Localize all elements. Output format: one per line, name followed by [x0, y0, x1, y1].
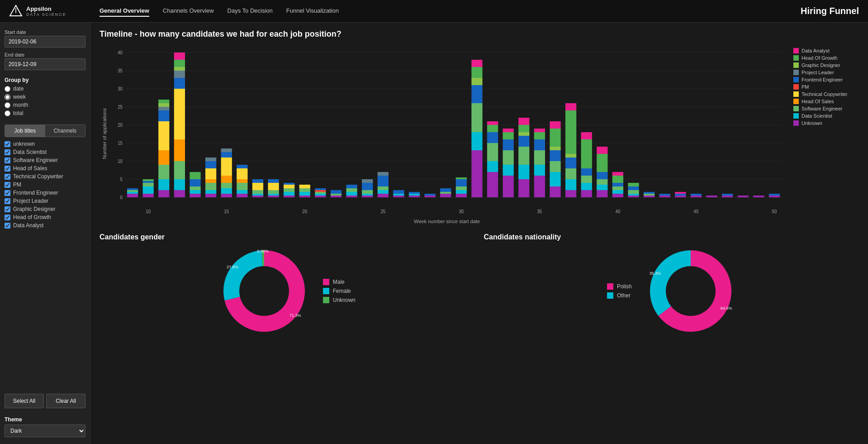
legend-color — [793, 77, 799, 82]
radio-date[interactable]: date — [5, 86, 85, 92]
y-axis-label: Number of applications — [100, 108, 107, 159]
nav-channels-overview[interactable]: Channels Overview — [163, 5, 214, 17]
checkbox-item-7[interactable]: Project Leader — [5, 198, 85, 204]
svg-rect-220 — [722, 194, 733, 196]
svg-text:15: 15 — [118, 141, 123, 146]
svg-rect-89 — [268, 190, 279, 194]
svg-rect-120 — [378, 186, 389, 190]
svg-rect-152 — [503, 176, 514, 197]
svg-rect-51 — [174, 89, 185, 139]
start-date-section: Start date — [5, 29, 85, 48]
checkbox-item-2[interactable]: Software Engineer — [5, 157, 85, 163]
svg-rect-219 — [722, 196, 733, 197]
svg-rect-174 — [550, 150, 560, 161]
nav-days-to-decision[interactable]: Days To Decision — [228, 5, 273, 17]
tab-job-titles[interactable]: Job titles — [5, 125, 45, 137]
svg-rect-73 — [221, 158, 232, 176]
svg-rect-29 — [127, 194, 138, 197]
svg-text:5: 5 — [120, 177, 123, 182]
svg-text:30: 30 — [459, 209, 464, 214]
svg-rect-113 — [362, 196, 373, 197]
svg-text:25: 25 — [118, 105, 123, 110]
svg-rect-67 — [205, 161, 216, 168]
nav-general-overview[interactable]: General Overview — [100, 5, 149, 17]
svg-text:20: 20 — [118, 123, 123, 128]
nationality-chart-title: Candidates nationality — [484, 233, 859, 241]
svg-rect-60 — [190, 179, 200, 186]
svg-rect-139 — [471, 150, 482, 197]
logo-sub: DATA SCIENCE — [26, 12, 66, 17]
theme-section: Theme Dark Light — [5, 416, 85, 437]
svg-rect-42 — [158, 121, 169, 150]
radio-week[interactable]: week — [5, 94, 85, 100]
checkbox-item-1[interactable]: Data Scientist — [5, 149, 85, 155]
checkbox-item-4[interactable]: Technical Copywriter — [5, 173, 85, 180]
checkbox-item-8[interactable]: Graphic Designer — [5, 206, 85, 212]
svg-rect-212 — [659, 194, 670, 196]
svg-rect-46 — [158, 100, 169, 103]
svg-rect-224 — [769, 194, 780, 196]
legend-item: Head Of Growth — [793, 55, 859, 61]
svg-rect-166 — [534, 165, 545, 176]
radio-month[interactable]: month — [5, 102, 85, 108]
start-date-input[interactable] — [5, 36, 85, 48]
svg-text:64.6%: 64.6% — [720, 306, 732, 310]
clear-all-button[interactable]: Clear All — [46, 394, 85, 408]
svg-text:30: 30 — [118, 86, 123, 91]
checkbox-item-3[interactable]: Head of Sales — [5, 165, 85, 172]
nav-funnel-visualization[interactable]: Funnel Visualization — [286, 5, 339, 17]
svg-rect-180 — [565, 168, 576, 179]
select-all-button[interactable]: Select All — [5, 394, 44, 408]
svg-rect-175 — [550, 147, 560, 150]
svg-rect-105 — [315, 188, 326, 190]
svg-rect-123 — [393, 196, 404, 197]
svg-rect-171 — [550, 186, 560, 197]
gender-donut-svg: 71.3%27.8%0.96% — [219, 246, 309, 336]
radio-total[interactable]: total — [5, 110, 85, 116]
svg-rect-137 — [456, 179, 467, 186]
svg-rect-164 — [518, 118, 529, 125]
legend-color — [793, 113, 799, 119]
checkbox-item-10[interactable]: Data Analyst — [5, 222, 85, 229]
svg-rect-69 — [221, 194, 232, 197]
svg-rect-201 — [612, 176, 623, 183]
svg-rect-222 — [753, 196, 764, 197]
legend-item: Head Of Sales — [793, 99, 859, 104]
svg-rect-188 — [581, 168, 592, 176]
checkbox-item-6[interactable]: Frontend Engineer — [5, 190, 85, 196]
checkbox-item-5[interactable]: PM — [5, 181, 85, 188]
svg-rect-157 — [503, 129, 514, 132]
bar-chart-wrapper: 0510152025303540101520253035404550 Week … — [107, 43, 787, 224]
svg-rect-134 — [456, 194, 467, 197]
svg-rect-124 — [393, 194, 404, 196]
legend-item: Technical Copywriter — [793, 91, 859, 97]
checkbox-item-0[interactable]: unknown — [5, 141, 85, 147]
svg-rect-118 — [378, 194, 389, 197]
theme-select[interactable]: Dark Light — [5, 425, 85, 437]
donut-segment — [223, 250, 263, 301]
svg-rect-111 — [346, 188, 357, 192]
legend-item: PM — [793, 84, 859, 90]
svg-rect-167 — [534, 150, 545, 165]
svg-rect-80 — [237, 168, 247, 179]
svg-rect-218 — [706, 196, 717, 197]
gender-chart-section: Candidates gender 71.3%27.8%0.96% MaleFe… — [100, 233, 475, 336]
svg-text:20: 20 — [302, 209, 307, 214]
svg-rect-31 — [127, 190, 138, 192]
svg-rect-161 — [518, 136, 529, 147]
nationality-chart-section: Candidates nationality PolishOther 64.6%… — [484, 233, 859, 336]
svg-rect-74 — [221, 152, 232, 158]
gender-chart-title: Candidates gender — [100, 233, 475, 241]
svg-rect-116 — [362, 183, 373, 190]
svg-rect-109 — [346, 196, 357, 197]
svg-rect-119 — [378, 190, 389, 194]
checkbox-item-9[interactable]: Head of Growth — [5, 214, 85, 220]
svg-rect-71 — [221, 183, 232, 188]
group-by-title: Group by — [5, 77, 85, 83]
svg-rect-99 — [299, 188, 310, 192]
tab-channels[interactable]: Channels — [45, 125, 85, 137]
svg-rect-64 — [205, 183, 216, 190]
donut-segment — [650, 250, 691, 316]
end-date-input[interactable] — [5, 58, 85, 70]
donut-color — [323, 288, 329, 294]
